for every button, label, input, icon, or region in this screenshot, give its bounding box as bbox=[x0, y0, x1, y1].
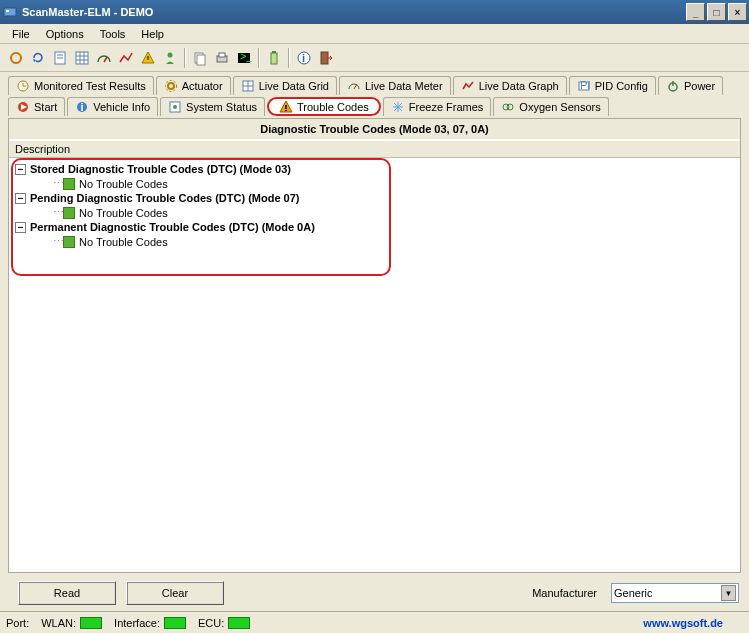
toolbar-grid-icon[interactable] bbox=[72, 48, 92, 68]
status-port-label: Port: bbox=[6, 617, 29, 629]
tree-group[interactable]: −Pending Diagnostic Trouble Codes (DTC) … bbox=[13, 191, 736, 205]
tab-vehicle-info[interactable]: iVehicle Info bbox=[67, 97, 158, 116]
svg-point-43 bbox=[173, 105, 177, 109]
clear-button[interactable]: Clear bbox=[126, 581, 224, 605]
tab-freeze-frames[interactable]: Freeze Frames bbox=[383, 97, 492, 116]
tab-row-1: Monitored Test ResultsActuatorLive Data … bbox=[8, 76, 741, 95]
toolbar-info-icon[interactable]: i bbox=[294, 48, 314, 68]
tree-group-label: Permanent Diagnostic Trouble Codes (DTC)… bbox=[30, 221, 315, 233]
toolbar-warning-icon[interactable] bbox=[138, 48, 158, 68]
description-header: Description bbox=[9, 140, 740, 158]
panel-title: Diagnostic Trouble Codes (Mode 03, 07, 0… bbox=[9, 119, 740, 140]
svg-rect-15 bbox=[197, 55, 205, 65]
toolbar-copy-icon[interactable] bbox=[190, 48, 210, 68]
tab-pid-config[interactable]: PIDPID Config bbox=[569, 76, 656, 95]
tab-label: System Status bbox=[186, 101, 257, 113]
tab-label: Live Data Meter bbox=[365, 80, 443, 92]
tab-live-data-grid[interactable]: Live Data Grid bbox=[233, 76, 337, 95]
toolbar-graph-icon[interactable] bbox=[116, 48, 136, 68]
tab-actuator[interactable]: Actuator bbox=[156, 76, 231, 95]
tab-label: Power bbox=[684, 80, 715, 92]
toolbar-refresh-icon[interactable] bbox=[28, 48, 48, 68]
toolbar-terminal-icon[interactable]: >_ bbox=[234, 48, 254, 68]
menu-file[interactable]: File bbox=[4, 26, 38, 42]
toolbar-meter-icon[interactable] bbox=[94, 48, 114, 68]
title-bar: ScanMaster-ELM - DEMO _ □ × bbox=[0, 0, 749, 24]
svg-text:PID: PID bbox=[580, 79, 591, 91]
toolbar-separator bbox=[288, 48, 290, 68]
status-bar: Port: WLAN: Interface: ECU: www.wgsoft.d… bbox=[0, 611, 749, 633]
status-ecu-label: ECU: bbox=[198, 617, 224, 629]
dtc-tree: −Stored Diagnostic Trouble Codes (DTC) (… bbox=[9, 158, 740, 253]
svg-point-28 bbox=[168, 83, 174, 89]
tab-label: Freeze Frames bbox=[409, 101, 484, 113]
expander-icon[interactable]: − bbox=[15, 193, 26, 204]
dtc-panel: Diagnostic Trouble Codes (Mode 03, 07, 0… bbox=[8, 118, 741, 573]
svg-rect-1 bbox=[6, 10, 9, 12]
tree-line-icon: ⋯ bbox=[53, 177, 59, 190]
expander-icon[interactable]: − bbox=[15, 164, 26, 175]
info-icon: i bbox=[75, 100, 89, 114]
maximize-button[interactable]: □ bbox=[707, 3, 726, 21]
gear-icon bbox=[164, 79, 178, 93]
expander-icon[interactable]: − bbox=[15, 222, 26, 233]
interface-led-icon bbox=[164, 617, 186, 629]
tree-leaf[interactable]: ⋯No Trouble Codes bbox=[13, 176, 736, 191]
close-button[interactable]: × bbox=[728, 3, 747, 21]
tree-line-icon: ⋯ bbox=[53, 206, 59, 219]
tab-label: Live Data Graph bbox=[479, 80, 559, 92]
graph-icon bbox=[461, 79, 475, 93]
svg-rect-21 bbox=[272, 51, 276, 53]
status-wlan-label: WLAN: bbox=[41, 617, 76, 629]
tab-start[interactable]: Start bbox=[8, 97, 65, 116]
wlan-led-icon bbox=[80, 617, 102, 629]
app-icon bbox=[2, 4, 18, 20]
menu-tools[interactable]: Tools bbox=[92, 26, 134, 42]
ok-icon bbox=[63, 178, 75, 190]
manufacturer-select[interactable]: Generic ▼ bbox=[611, 583, 739, 603]
toolbar-exit-icon[interactable] bbox=[316, 48, 336, 68]
pid-icon: PID bbox=[577, 79, 591, 93]
toolbar-connect-icon[interactable] bbox=[6, 48, 26, 68]
toolbar: >_ i bbox=[0, 44, 749, 72]
read-button[interactable]: Read bbox=[18, 581, 116, 605]
svg-point-45 bbox=[285, 109, 287, 111]
tab-label: Live Data Grid bbox=[259, 80, 329, 92]
toolbar-separator bbox=[184, 48, 186, 68]
menu-bar: File Options Tools Help bbox=[0, 24, 749, 44]
tree-leaf[interactable]: ⋯No Trouble Codes bbox=[13, 234, 736, 249]
svg-point-47 bbox=[507, 104, 513, 110]
ecu-led-icon bbox=[228, 617, 250, 629]
status-url[interactable]: www.wgsoft.de bbox=[643, 617, 723, 629]
toolbar-print-icon[interactable] bbox=[212, 48, 232, 68]
tab-monitored-test-results[interactable]: Monitored Test Results bbox=[8, 76, 154, 95]
tab-power[interactable]: Power bbox=[658, 76, 723, 95]
tab-trouble-codes[interactable]: Trouble Codes bbox=[267, 97, 381, 116]
tab-oxygen-sensors[interactable]: Oxygen Sensors bbox=[493, 97, 608, 116]
toolbar-person-icon[interactable] bbox=[160, 48, 180, 68]
power-icon bbox=[666, 79, 680, 93]
menu-help[interactable]: Help bbox=[133, 26, 172, 42]
svg-rect-24 bbox=[321, 52, 328, 64]
tree-group[interactable]: −Permanent Diagnostic Trouble Codes (DTC… bbox=[13, 220, 736, 234]
tab-row-2: StartiVehicle InfoSystem StatusTrouble C… bbox=[8, 97, 741, 116]
tab-label: PID Config bbox=[595, 80, 648, 92]
tab-live-data-meter[interactable]: Live Data Meter bbox=[339, 76, 451, 95]
tree-leaf-label: No Trouble Codes bbox=[79, 178, 168, 190]
manufacturer-value: Generic bbox=[614, 587, 653, 599]
toolbar-doc-icon[interactable] bbox=[50, 48, 70, 68]
status-icon bbox=[168, 100, 182, 114]
svg-rect-6 bbox=[76, 52, 88, 64]
menu-options[interactable]: Options bbox=[38, 26, 92, 42]
tree-leaf[interactable]: ⋯No Trouble Codes bbox=[13, 205, 736, 220]
tab-label: Monitored Test Results bbox=[34, 80, 146, 92]
minimize-button[interactable]: _ bbox=[686, 3, 705, 21]
freeze-icon bbox=[391, 100, 405, 114]
start-icon bbox=[16, 100, 30, 114]
tab-system-status[interactable]: System Status bbox=[160, 97, 265, 116]
tab-live-data-graph[interactable]: Live Data Graph bbox=[453, 76, 567, 95]
toolbar-battery-icon[interactable] bbox=[264, 48, 284, 68]
tree-group[interactable]: −Stored Diagnostic Trouble Codes (DTC) (… bbox=[13, 162, 736, 176]
svg-rect-20 bbox=[271, 53, 277, 64]
bottom-row: Read Clear Manufacturer Generic ▼ bbox=[0, 577, 749, 611]
